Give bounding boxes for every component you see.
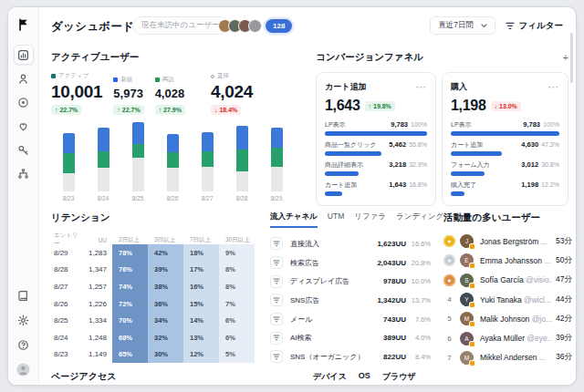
bar-segment-新規 [236, 126, 248, 150]
channel-row[interactable]: ディスプレイ広告978UU10.0% [270, 272, 431, 291]
user-fullname: Malik Johnson [480, 315, 529, 324]
stacked-bar[interactable] [132, 122, 144, 191]
sidebar-item-target-icon[interactable] [14, 92, 34, 112]
retention-header-row: エントリーUU2日以上3日以上7日以上30日以上 [47, 232, 264, 244]
user-fullname: Emma Johansson [480, 256, 542, 265]
channel-tab-2[interactable]: リファラ [354, 211, 386, 228]
book-icon [17, 290, 29, 302]
channel-row[interactable]: SNS広告1,342UU13.7% [270, 291, 431, 310]
channel-label: AI検索 [290, 333, 368, 343]
chart-bar-column [224, 120, 259, 191]
retention-cell: 42% [148, 244, 183, 262]
stacked-bar[interactable] [63, 133, 75, 191]
funnel-step-bar [451, 151, 502, 156]
scrollbar-thumb[interactable] [570, 33, 573, 83]
user-name: Mikkel Andersen ... [480, 353, 552, 362]
user-minutes: 42分 [556, 314, 572, 325]
retention-date: 8/23 [47, 350, 83, 358]
metric-1: 新規5,973↑ 22.7% [113, 76, 143, 115]
retention-header-cell: 30日以上 [219, 236, 255, 244]
channel-uu: 978UU [368, 277, 406, 285]
stacked-bar[interactable] [236, 126, 248, 191]
channel-tab-3[interactable]: ランディング [396, 211, 443, 228]
funnel-step: 購入完了1,19812.2% [451, 181, 559, 196]
top-user-row[interactable]: ★SSofía García @visio...47分 [443, 271, 572, 290]
chevron-down-icon [481, 24, 487, 28]
funnel-step-value: 3,012 [521, 160, 538, 169]
retention-header-cell: エントリー [47, 232, 83, 248]
bottom-tabs: デバイスOSブラウザ [313, 371, 416, 383]
top-user-row[interactable]: 5MMalik Johnson @jo...42分 [443, 309, 572, 328]
active-users-title: アクティブユーザー [51, 51, 303, 64]
retention-row: 8/261,22672%36%15%7% [47, 295, 264, 313]
channel-row[interactable]: AI検索389UU4.0% [270, 328, 431, 347]
retention-row: 8/271,25774%38%16%8% [47, 278, 264, 295]
sidebar-item-user-icon[interactable] [14, 68, 34, 88]
avatar-app-badge [469, 302, 475, 308]
sidebar-item-sitemap-icon[interactable] [14, 163, 34, 183]
filter-button[interactable]: フィルター [506, 16, 563, 35]
sidebar-item-dashboard-icon[interactable] [14, 45, 34, 65]
top-user-row[interactable]: ★JJonas Bergström ...53分 [443, 232, 572, 251]
user-icon [17, 73, 29, 85]
funnel-change-badge: ↓ 13.0% [491, 101, 521, 111]
ellipsis-menu-icon[interactable]: ··· [416, 83, 427, 92]
channel-row[interactable]: 直接流入1,623UU16.6% [270, 234, 431, 253]
avatar-initials: Y [464, 296, 468, 303]
metric-label-row: アクティブ [51, 72, 102, 80]
channel-uu: 1,342UU [368, 296, 406, 304]
top-user-row[interactable]: 7MMikkel Andersen ...36分 [443, 348, 572, 367]
sidebar-item-help-icon[interactable] [14, 335, 34, 355]
bottom-tab-1[interactable]: OS [359, 371, 370, 383]
bottom-tab-2[interactable]: ブラウザ [382, 371, 416, 383]
add-funnel-button[interactable]: + [563, 53, 568, 62]
channel-tab-1[interactable]: UTM [328, 211, 344, 228]
channel-row[interactable]: メール743UU7.6% [270, 310, 431, 329]
visitor-count-badge: 128 [266, 19, 292, 33]
sidebar-item-heart-icon[interactable] [14, 116, 34, 136]
date-range-label: 直近7日間 [438, 20, 474, 31]
current-visitors-pill: 現在来訪中のユーザー [132, 16, 229, 35]
current-visitors-label: 現在来訪中のユーザー [141, 20, 220, 31]
ellipsis-menu-icon[interactable]: ··· [548, 83, 559, 92]
sidebar-item-gear-icon[interactable] [14, 310, 34, 330]
bar-segment-直帰 [132, 158, 144, 191]
date-range-select[interactable]: 直近7日間 [430, 16, 495, 35]
sidebar [8, 7, 39, 385]
funnel-step: LP表示9,783100% [325, 120, 427, 136]
stacked-bar[interactable] [98, 128, 110, 191]
channel-row[interactable]: 検索広告2,043UU20.8% [270, 253, 431, 273]
medal-silver-icon: ★ [443, 254, 455, 266]
sidebar-item-book-icon[interactable] [14, 285, 34, 305]
heart-icon [17, 120, 29, 132]
funnel-title: コンバージョンファネル [316, 51, 423, 64]
sidebar-item-avatar[interactable] [14, 359, 34, 379]
funnel-step-label: フォーム入力 [451, 160, 521, 170]
funnel-step-row: LP表示9,783100% [451, 120, 559, 129]
retention-cell: 36% [148, 295, 183, 313]
funnel-step-pct: 32.9% [409, 161, 427, 168]
metric-2: 再訪4,028↑ 27.9% [155, 76, 185, 115]
channel-row[interactable]: SNS（オーガニック）822UU8.4% [270, 347, 431, 366]
bar-segment-新規 [132, 122, 144, 144]
sidebar-item-key-icon[interactable] [14, 139, 34, 160]
bar-segment-直帰 [236, 171, 248, 191]
avatar-app-badge [469, 243, 475, 250]
stacked-bar[interactable] [202, 132, 214, 191]
retention-row: 8/281,34776%39%17%8% [47, 262, 264, 279]
stacked-bar[interactable] [271, 128, 283, 191]
bar-segment-再訪 [98, 151, 110, 168]
retention-cell: 5% [219, 346, 255, 364]
avatar: M [460, 312, 474, 325]
top-user-row[interactable]: 6AAyaka Müller @eye...39分 [443, 328, 572, 347]
channel-tab-0[interactable]: 流入チャネル [270, 211, 318, 228]
metric-change-value: 18.4% [219, 107, 237, 113]
stacked-bar[interactable] [167, 134, 179, 191]
retention-cell: 6% [219, 329, 255, 346]
bottom-tab-0[interactable]: デバイス [313, 371, 347, 383]
top-user-row[interactable]: 4YYuki Tanaka @wicl...44分 [443, 290, 572, 309]
channel-uu: 389UU [368, 334, 406, 342]
top-user-row[interactable]: ★EEmma Johansson ...50分 [443, 251, 572, 270]
channel-pct: 4.0% [406, 334, 431, 342]
user-minutes: 44分 [556, 294, 572, 305]
